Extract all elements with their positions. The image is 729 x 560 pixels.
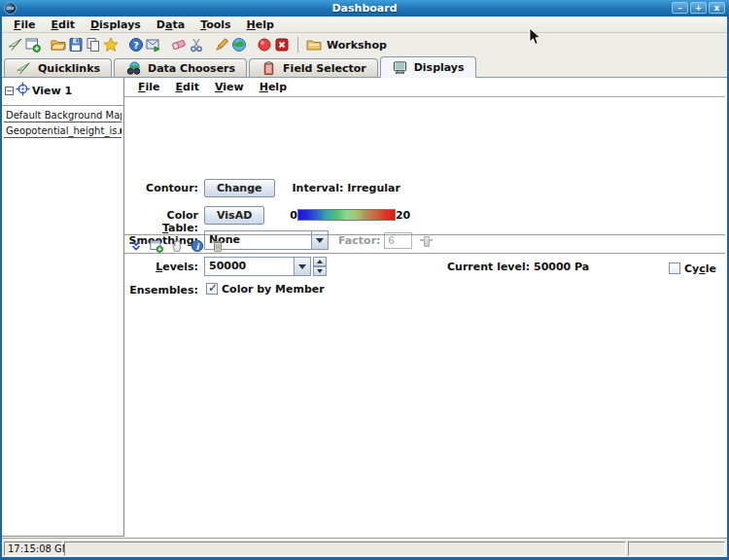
collapse-chevrons-icon[interactable] [127, 237, 144, 254]
view-tree-panel: − View 1 Default Background MapsGeopoten… [2, 78, 124, 537]
minimize-button[interactable]: – [672, 2, 688, 14]
memory-indicator-area [628, 542, 725, 556]
color-by-member-label: Color by Member [222, 283, 325, 296]
tab-label: Quicklinks [38, 62, 100, 75]
menu-edit[interactable]: Edit [168, 81, 207, 93]
globe-icon[interactable] [230, 37, 247, 53]
menu-help[interactable]: Help [252, 81, 295, 93]
workshop-folder-icon [305, 37, 322, 53]
info-icon[interactable]: i [189, 237, 205, 254]
ensembles-label: Ensembles: [128, 284, 198, 297]
tree-item-default-background-maps[interactable]: Default Background Maps [4, 109, 122, 122]
quicklinks-dart-icon [16, 60, 32, 77]
levels-spinner[interactable] [313, 257, 327, 276]
tree-node-view1[interactable]: − View 1 [2, 78, 123, 103]
tree-separator [2, 105, 123, 106]
display-menu-separator [124, 96, 725, 97]
stop-x-icon[interactable] [273, 37, 290, 53]
status-message-area [64, 542, 626, 556]
clock-display: 17:15:08 GMT [4, 542, 62, 556]
contour-label: Contour: [128, 182, 198, 194]
crosshair-target-icon [16, 82, 30, 100]
clipboard-icon [260, 60, 277, 77]
menu-edit[interactable]: Edit [44, 18, 83, 31]
factor-slider-icon [420, 236, 433, 245]
monitor-icon [392, 59, 408, 76]
help-icon[interactable]: ? [127, 37, 144, 53]
expand-arrow-icon: ▶ [121, 126, 122, 135]
contour-interval-text: Interval: Irregular [293, 182, 400, 194]
menu-file[interactable]: File [130, 81, 168, 93]
quicklinks-dart-icon[interactable] [7, 37, 23, 53]
view-node-label: View 1 [32, 85, 72, 97]
spin-up-icon[interactable] [313, 257, 327, 266]
panel-separator [124, 253, 725, 254]
levels-label: Levels: [128, 261, 198, 273]
tab-label: Displays [414, 61, 465, 74]
menu-help[interactable]: Help [239, 18, 282, 31]
close-button[interactable]: x [709, 2, 725, 14]
menu-file[interactable]: File [6, 18, 44, 31]
tree-item-geopotential-height-is-[interactable]: Geopotential_height_is.▶ [4, 124, 122, 138]
contour-change-button[interactable]: Change [204, 179, 275, 197]
levels-value: 50000 [205, 258, 294, 275]
tab-label: Data Choosers [148, 62, 235, 75]
favorite-star-icon[interactable] [102, 37, 119, 53]
combo-dropdown-icon[interactable] [294, 258, 310, 275]
record-icon[interactable] [256, 37, 272, 53]
panel-separator [124, 234, 725, 235]
tab-bar: QuicklinksData ChoosersField SelectorDis… [2, 56, 727, 78]
status-bar: 17:15:08 GMT [2, 541, 727, 557]
window-title: Dashboard [0, 2, 729, 15]
binoculars-globe-icon [125, 60, 142, 77]
tab-label: Field Selector [283, 62, 366, 75]
copy-icon[interactable] [85, 37, 101, 53]
svg-text:?: ? [133, 40, 139, 51]
menu-tools[interactable]: Tools [192, 18, 238, 31]
tab-field-selector[interactable]: Field Selector [249, 58, 378, 77]
current-level-text: Current level: 50000 Pa [447, 261, 589, 273]
edit-pencil-icon[interactable] [213, 37, 229, 53]
menu-view[interactable]: View [207, 81, 252, 93]
tab-quicklinks[interactable]: Quicklinks [4, 58, 112, 77]
tree-collapse-icon[interactable]: − [5, 87, 14, 95]
mouse-cursor [529, 27, 541, 46]
save-icon[interactable] [67, 37, 84, 53]
main-menu-bar: FileEditDisplaysDataToolsHelp [2, 17, 727, 33]
trash-icon[interactable] [209, 237, 226, 254]
cycle-checkbox[interactable] [669, 262, 680, 274]
new-window-icon[interactable] [24, 37, 41, 53]
toolbar-separator [297, 37, 298, 52]
display-mini-toolbar: i [127, 237, 226, 254]
pan-hand-icon[interactable] [168, 237, 185, 254]
workshop-label: Workshop [327, 39, 387, 52]
display-menu-bar: FileEditViewHelp [124, 78, 725, 96]
cut-scissors-icon[interactable] [188, 37, 204, 53]
factor-label: Factor: [338, 234, 380, 247]
color-table-label: Color Table: [128, 209, 198, 234]
app-logo-icon: IDV [4, 2, 17, 15]
spin-down-icon[interactable] [313, 266, 327, 276]
maximize-button[interactable]: + [690, 2, 707, 14]
dashboard-window: IDV Dashboard –+x FileEditDisplaysDataTo… [0, 0, 729, 560]
main-toolbar: ? Workshop [2, 33, 727, 56]
levels-combobox[interactable]: 50000 [204, 257, 311, 276]
open-folder-icon[interactable] [50, 37, 66, 53]
color-table-preview[interactable] [297, 209, 396, 221]
menu-data[interactable]: Data [149, 18, 192, 31]
menu-displays[interactable]: Displays [83, 18, 149, 31]
tab-data-choosers[interactable]: Data Choosers [114, 58, 247, 77]
tab-displays[interactable]: Displays [380, 56, 476, 78]
display-control-panel: FileEditViewHelp Contour: Change Interva… [124, 78, 725, 538]
send-message-icon[interactable] [145, 37, 161, 53]
workshop-button[interactable]: Workshop [305, 37, 387, 53]
color-range-min: 0 [290, 209, 297, 222]
eraser-icon[interactable] [170, 37, 187, 53]
color-range-max: 20 [396, 209, 410, 222]
title-bar[interactable]: IDV Dashboard –+x [0, 0, 729, 17]
color-table-button[interactable]: VisAD [204, 206, 264, 225]
new-window-icon[interactable] [148, 237, 164, 254]
cycle-label: Cycle [684, 262, 716, 275]
color-by-member-checkbox[interactable] [206, 283, 218, 295]
